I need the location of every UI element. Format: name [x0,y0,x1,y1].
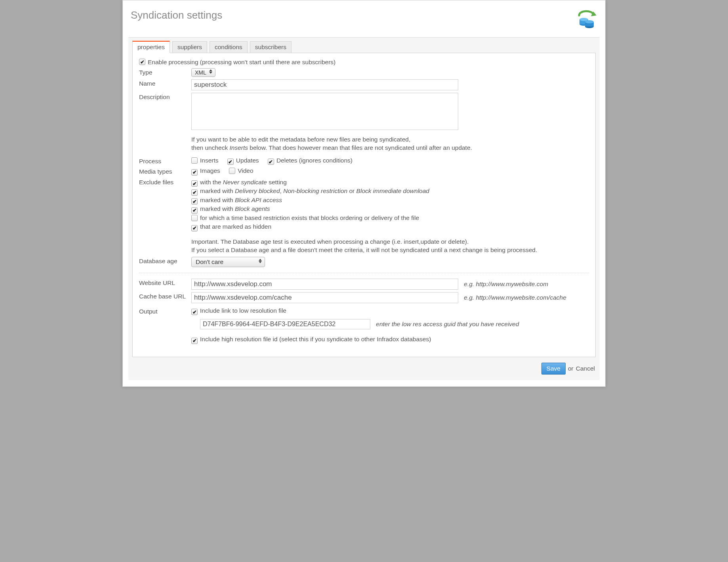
section-divider [139,273,589,273]
output-hires-label: Include high resolution file id (select … [200,336,431,342]
name-label: Name [139,79,191,87]
exclude-hidden-text: that are marked as hidden [200,223,271,230]
cache-url-hint: e.g. http://www.mywebsite.com/cache [464,294,566,301]
exclude-never-syndicate-checkbox[interactable] [191,180,198,187]
website-url-label: Website URL [139,279,191,287]
media-video-label: Video [238,167,253,174]
syndication-database-icon [574,7,598,31]
svg-point-5 [585,20,594,23]
cancel-link[interactable]: Cancel [576,365,595,372]
website-url-input[interactable] [191,279,458,290]
type-label: Type [139,68,191,76]
exclude-block-api-checkbox[interactable] [191,198,198,205]
enable-processing-checkbox[interactable] [139,59,145,65]
process-updates-checkbox[interactable] [227,159,234,165]
tab-suppliers[interactable]: suppliers [172,41,207,53]
exclude-time-restriction-text: for which a time based restriction exist… [200,214,419,221]
output-lowres-checkbox[interactable] [191,309,198,315]
website-url-hint: e.g. http://www.mywebsite.com [464,281,548,288]
process-deletes-label: Deletes (ignores conditions) [276,157,353,164]
dialog-footer: Save or Cancel [132,363,596,375]
process-deletes-checkbox[interactable] [268,159,274,165]
save-button[interactable]: Save [541,363,566,375]
description-textarea[interactable] [191,93,458,130]
output-hires-checkbox[interactable] [191,338,198,344]
cache-url-input[interactable] [191,292,458,303]
process-updates-label: Updates [236,157,259,164]
output-label: Output [139,307,191,315]
exclude-never-syndicate-text: with the Never syndicate setting [200,179,287,185]
media-images-checkbox[interactable] [191,169,198,176]
tab-properties[interactable]: properties [132,41,170,53]
lowres-guid-input[interactable] [200,319,370,329]
enable-processing-label: Enable processing (processing won't star… [148,59,335,66]
media-types-label: Media types [139,167,191,175]
tab-bar: properties suppliers conditions subscrib… [132,38,596,53]
exclude-block-agents-checkbox[interactable] [191,207,198,214]
name-input[interactable] [191,79,458,90]
media-video-checkbox[interactable] [229,168,235,174]
exclude-delivery-blocked-checkbox[interactable] [191,189,198,196]
tab-subscribers[interactable]: subscribers [250,41,292,53]
exclude-important-note: Important. The Database age test is exec… [191,238,589,254]
process-label: Process [139,157,191,165]
process-inserts-checkbox[interactable] [191,157,198,164]
description-hint: If you want to be able to edit the metad… [191,136,589,152]
exclude-time-restriction-checkbox[interactable] [191,215,198,221]
syndication-settings-dialog: Syndication settings properties supplier… [122,0,606,387]
exclude-block-agents-text: marked with Block agents [200,205,270,212]
database-age-label: Database age [139,257,191,265]
exclude-delivery-blocked-text: marked with Delivery blocked, Non-blocki… [200,187,429,194]
exclude-files-label: Exclude files [139,178,191,186]
dialog-title: Syndication settings [131,9,222,21]
output-lowres-label: Include link to low resolution file [200,307,286,314]
type-select[interactable]: XML [191,68,215,77]
exclude-hidden-checkbox[interactable] [191,225,198,231]
cache-url-label: Cache base URL [139,292,191,300]
or-text: or [568,365,574,372]
lowres-guid-hint: enter the low res access guid that you h… [376,321,519,328]
description-label: Description [139,93,191,101]
tab-conditions[interactable]: conditions [210,41,248,53]
media-images-label: Images [200,167,220,174]
exclude-block-api-text: marked with Block API access [200,197,282,203]
database-age-select[interactable]: Don't care [191,257,265,267]
properties-panel: Enable processing (processing won't star… [132,53,596,357]
process-inserts-label: Inserts [200,157,219,164]
